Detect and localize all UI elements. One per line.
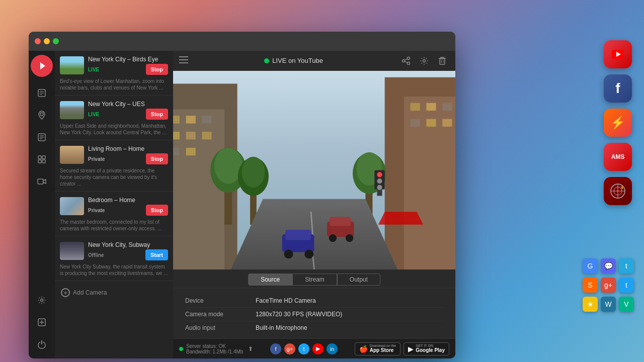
sidebar-item-power[interactable] bbox=[32, 334, 52, 354]
svg-rect-12 bbox=[38, 160, 41, 163]
camera-status-row: Private Stop bbox=[88, 153, 168, 164]
add-camera-button[interactable]: + Add Camera bbox=[55, 283, 173, 302]
svg-marker-0 bbox=[40, 62, 45, 69]
app-window: New York City – Birds Eye LIVE Stop Bird… bbox=[29, 32, 455, 358]
mini-app-gplus2[interactable]: g+ bbox=[601, 278, 616, 293]
mini-app-wordpress[interactable]: W bbox=[601, 297, 616, 312]
app-store-badge[interactable]: 🍎 Download on the App Store bbox=[355, 342, 401, 355]
sidebar-logo[interactable] bbox=[31, 55, 53, 77]
camera-item[interactable]: Bedroom – Home Private Stop The master b… bbox=[55, 192, 173, 236]
svg-rect-14 bbox=[38, 179, 43, 184]
camera-item-header: New York City, Subway Offline Start bbox=[60, 241, 168, 260]
svg-point-28 bbox=[423, 59, 426, 62]
svg-point-25 bbox=[408, 62, 410, 64]
camera-thumbnail bbox=[60, 101, 84, 119]
mini-app-stumble[interactable]: S bbox=[583, 278, 598, 293]
camera-item[interactable]: New York City – UES LIVE Stop Upper East… bbox=[55, 96, 173, 140]
sidebar-item-grid[interactable] bbox=[32, 149, 52, 169]
maximize-button[interactable] bbox=[53, 38, 59, 44]
lightning-app-icon[interactable]: ⚡ bbox=[604, 109, 632, 137]
sniper-app-icon[interactable]: 5 bbox=[604, 177, 632, 205]
menu-icon[interactable] bbox=[179, 56, 188, 65]
status-badge: LIVE bbox=[88, 67, 99, 72]
device-label: Device bbox=[185, 297, 256, 304]
facebook-app-icon[interactable]: f bbox=[604, 74, 632, 103]
twitter-social-icon[interactable]: t bbox=[298, 343, 309, 354]
mini-app-twitter2[interactable]: t bbox=[619, 278, 634, 293]
svg-text:5: 5 bbox=[621, 186, 623, 190]
mini-app-tumblr[interactable]: t bbox=[619, 258, 634, 274]
sidebar-item-video[interactable] bbox=[32, 171, 52, 192]
mini-app-yellow[interactable]: ★ bbox=[583, 297, 598, 312]
mini-app-discord[interactable]: 💬 bbox=[601, 258, 616, 274]
sidebar-item-settings[interactable] bbox=[32, 290, 52, 310]
camera-thumbnail bbox=[60, 197, 84, 215]
sidebar-item-plus[interactable] bbox=[32, 312, 52, 332]
camera-meta: New York City – Birds Eye LIVE Stop bbox=[88, 56, 168, 75]
svg-point-75 bbox=[346, 234, 353, 242]
svg-rect-37 bbox=[186, 116, 196, 123]
share-button[interactable] bbox=[399, 54, 413, 68]
stop-button[interactable]: Stop bbox=[146, 109, 168, 120]
svg-point-23 bbox=[408, 57, 410, 59]
svg-rect-40 bbox=[173, 132, 180, 139]
camera-description: New York City Subway, the rapid transit … bbox=[60, 263, 168, 277]
tab-source[interactable]: Source bbox=[248, 274, 292, 286]
tab-row: Source Stream Output bbox=[173, 269, 455, 288]
stop-button[interactable]: Stop bbox=[146, 64, 168, 75]
svg-rect-50 bbox=[442, 103, 452, 111]
google-play-badge[interactable]: ▶ GET IT ON Google Play bbox=[404, 342, 449, 355]
svg-point-88 bbox=[617, 190, 619, 192]
social-icons: f g+ t ▶ in bbox=[270, 343, 338, 354]
app-store-name: App Store bbox=[370, 347, 396, 353]
app-store-text: Download on the App Store bbox=[370, 344, 396, 353]
video-scene-svg bbox=[173, 71, 455, 269]
youtube-app-icon[interactable] bbox=[604, 40, 632, 68]
stop-button[interactable]: Stop bbox=[146, 205, 168, 216]
sidebar-item-location[interactable] bbox=[32, 105, 52, 125]
stop-button[interactable]: Stop bbox=[146, 153, 168, 164]
youtube-social-icon[interactable]: ▶ bbox=[312, 343, 324, 354]
svg-point-74 bbox=[329, 234, 337, 242]
camera-list: New York City – Birds Eye LIVE Stop Bird… bbox=[55, 51, 173, 358]
camera-thumbnail bbox=[60, 146, 84, 164]
sidebar-icons bbox=[29, 51, 55, 358]
top-bar-actions bbox=[399, 54, 449, 68]
info-rows: Device FaceTime HD Camera Camera mode 12… bbox=[173, 288, 455, 338]
mini-app-vine[interactable]: V bbox=[619, 297, 634, 312]
minimize-button[interactable] bbox=[44, 38, 50, 44]
linkedin-social-icon[interactable]: in bbox=[327, 343, 338, 354]
svg-rect-41 bbox=[186, 132, 196, 139]
googleplus-social-icon[interactable]: g+ bbox=[284, 343, 295, 354]
camera-item[interactable]: Living Room – Home Private Stop Secured … bbox=[55, 140, 173, 192]
camera-meta: Living Room – Home Private Stop bbox=[88, 145, 168, 164]
camera-description: Bird's-eye view of Lower Manhattan, zoom… bbox=[60, 78, 168, 91]
sidebar-item-book[interactable] bbox=[32, 83, 52, 103]
camera-item[interactable]: New York City, Subway Offline Start New … bbox=[55, 236, 173, 281]
tab-stream[interactable]: Stream bbox=[292, 274, 337, 286]
svg-rect-44 bbox=[173, 148, 180, 155]
camera-status-row: Offline Start bbox=[88, 249, 168, 260]
svg-rect-10 bbox=[38, 156, 41, 159]
video-preview bbox=[173, 71, 455, 269]
facebook-social-icon[interactable]: f bbox=[270, 343, 281, 354]
camera-meta: Bedroom – Home Private Stop bbox=[88, 197, 168, 216]
sidebar-item-list[interactable] bbox=[32, 127, 52, 147]
settings-button[interactable] bbox=[417, 54, 431, 68]
ams-app-icon[interactable]: AMS bbox=[604, 143, 632, 171]
title-bar bbox=[29, 32, 455, 51]
delete-button[interactable] bbox=[435, 54, 449, 68]
main-content: LIVE on YouTube bbox=[173, 51, 455, 358]
tab-output[interactable]: Output bbox=[337, 274, 380, 286]
start-button[interactable]: Start bbox=[145, 249, 168, 260]
google-play-icon: ▶ bbox=[408, 345, 414, 353]
svg-point-61 bbox=[242, 157, 265, 188]
mini-apps-row-3: ★ W V bbox=[583, 297, 634, 312]
close-button[interactable] bbox=[35, 38, 41, 44]
camera-description: The master bedroom, connected to my list… bbox=[60, 219, 168, 232]
svg-rect-38 bbox=[202, 116, 212, 123]
camera-item[interactable]: New York City – Birds Eye LIVE Stop Bird… bbox=[55, 51, 173, 96]
status-badge: Private bbox=[88, 208, 105, 213]
traffic-lights bbox=[35, 38, 59, 44]
mini-app-google[interactable]: G bbox=[583, 258, 598, 274]
